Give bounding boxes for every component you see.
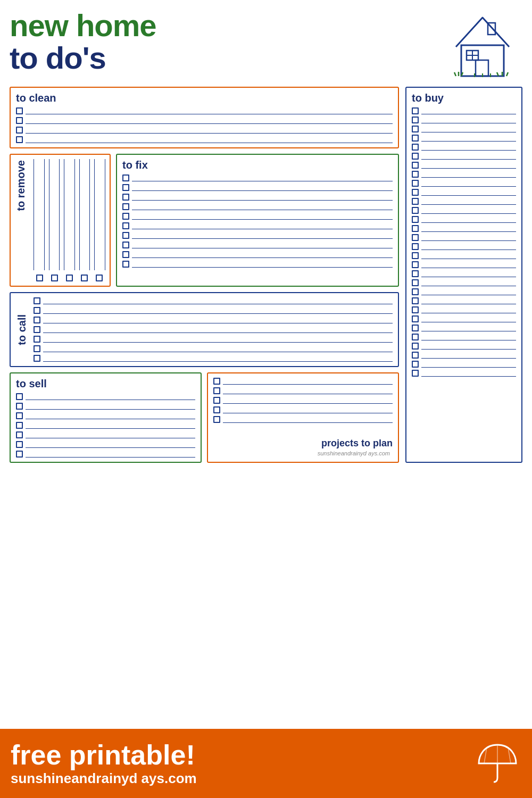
to-sell-section: to sell bbox=[10, 372, 202, 463]
checkbox[interactable] bbox=[34, 355, 40, 362]
checkbox[interactable] bbox=[16, 412, 23, 419]
checkbox[interactable] bbox=[213, 416, 220, 423]
checkbox[interactable] bbox=[412, 370, 419, 377]
checkbox[interactable] bbox=[412, 334, 419, 340]
checkbox[interactable] bbox=[412, 315, 419, 322]
check-line bbox=[421, 261, 516, 268]
check-line bbox=[26, 412, 195, 419]
list-item bbox=[412, 361, 516, 368]
checkbox[interactable] bbox=[412, 325, 419, 331]
remove-col bbox=[94, 159, 105, 270]
checkbox[interactable] bbox=[34, 345, 40, 352]
list-item bbox=[412, 162, 516, 169]
checkbox[interactable] bbox=[213, 378, 220, 385]
checkbox[interactable] bbox=[412, 135, 419, 142]
checkbox[interactable] bbox=[213, 397, 220, 404]
list-item bbox=[16, 117, 393, 124]
list-item bbox=[412, 107, 516, 114]
mid-row: to remove bbox=[10, 154, 399, 287]
checkbox[interactable] bbox=[412, 198, 419, 205]
checkbox[interactable] bbox=[412, 117, 419, 123]
checkbox[interactable] bbox=[51, 275, 58, 281]
list-item bbox=[412, 334, 516, 340]
umbrella-icon bbox=[473, 739, 521, 787]
checkbox[interactable] bbox=[213, 387, 220, 394]
remove-columns bbox=[34, 159, 105, 270]
checkbox[interactable] bbox=[16, 117, 23, 124]
checkbox[interactable] bbox=[412, 216, 419, 223]
checkbox[interactable] bbox=[16, 403, 23, 410]
list-item bbox=[16, 431, 195, 438]
checkbox[interactable] bbox=[66, 275, 73, 281]
to-remove-title: to remove bbox=[15, 160, 27, 211]
checkbox[interactable] bbox=[122, 232, 129, 239]
checkbox[interactable] bbox=[16, 431, 23, 438]
checkbox[interactable] bbox=[122, 261, 129, 268]
checkbox[interactable] bbox=[96, 275, 103, 281]
check-line bbox=[421, 243, 516, 250]
check-line bbox=[421, 279, 516, 286]
checkbox[interactable] bbox=[213, 406, 220, 413]
list-item bbox=[213, 387, 393, 394]
list-item bbox=[412, 126, 516, 132]
list-item bbox=[34, 317, 393, 323]
checkbox[interactable] bbox=[412, 288, 419, 295]
checkbox[interactable] bbox=[34, 297, 40, 304]
checkbox[interactable] bbox=[16, 451, 23, 458]
checkbox[interactable] bbox=[412, 252, 419, 259]
checkbox[interactable] bbox=[412, 144, 419, 151]
checkbox[interactable] bbox=[412, 153, 419, 160]
checkbox[interactable] bbox=[412, 189, 419, 196]
checkbox[interactable] bbox=[412, 126, 419, 132]
checkbox[interactable] bbox=[34, 317, 40, 323]
projects-title: projects to plan bbox=[213, 435, 393, 449]
checkbox[interactable] bbox=[122, 203, 129, 210]
checkbox[interactable] bbox=[412, 243, 419, 250]
checkbox[interactable] bbox=[122, 242, 129, 248]
check-line bbox=[421, 352, 516, 359]
checkbox[interactable] bbox=[16, 393, 23, 400]
checkbox[interactable] bbox=[412, 270, 419, 277]
checkbox[interactable] bbox=[412, 162, 419, 169]
checkbox[interactable] bbox=[122, 174, 129, 181]
list-item bbox=[16, 127, 393, 134]
checkbox[interactable] bbox=[412, 306, 419, 313]
checkbox[interactable] bbox=[412, 207, 419, 214]
checkbox[interactable] bbox=[412, 343, 419, 350]
checkbox[interactable] bbox=[412, 279, 419, 286]
checkbox[interactable] bbox=[412, 361, 419, 368]
checkbox[interactable] bbox=[16, 422, 23, 429]
checkbox[interactable] bbox=[122, 222, 129, 229]
check-line bbox=[26, 441, 195, 448]
checkbox[interactable] bbox=[412, 261, 419, 268]
checkbox[interactable] bbox=[16, 107, 23, 114]
checkbox[interactable] bbox=[16, 441, 23, 448]
checkbox[interactable] bbox=[412, 171, 419, 178]
checkbox[interactable] bbox=[81, 275, 88, 281]
checkbox[interactable] bbox=[36, 275, 43, 281]
checkbox[interactable] bbox=[122, 213, 129, 220]
list-item bbox=[34, 336, 393, 343]
checkbox[interactable] bbox=[412, 352, 419, 359]
list-item bbox=[412, 261, 516, 268]
checkbox[interactable] bbox=[412, 297, 419, 304]
checkbox[interactable] bbox=[16, 127, 23, 134]
checkbox[interactable] bbox=[412, 107, 419, 114]
check-line bbox=[223, 416, 393, 423]
checkbox[interactable] bbox=[34, 336, 40, 343]
check-line bbox=[43, 317, 393, 323]
checkbox[interactable] bbox=[122, 194, 129, 201]
check-line bbox=[132, 222, 393, 229]
checkbox[interactable] bbox=[122, 184, 129, 191]
checkbox[interactable] bbox=[122, 251, 129, 258]
checkbox[interactable] bbox=[412, 180, 419, 187]
checkbox[interactable] bbox=[16, 136, 23, 143]
checkbox[interactable] bbox=[34, 307, 40, 314]
list-item bbox=[122, 261, 393, 268]
list-item bbox=[412, 297, 516, 304]
checkbox[interactable] bbox=[412, 234, 419, 241]
check-line bbox=[421, 107, 516, 114]
checkbox[interactable] bbox=[34, 326, 40, 333]
to-fix-title: to fix bbox=[122, 159, 393, 171]
checkbox[interactable] bbox=[412, 225, 419, 232]
